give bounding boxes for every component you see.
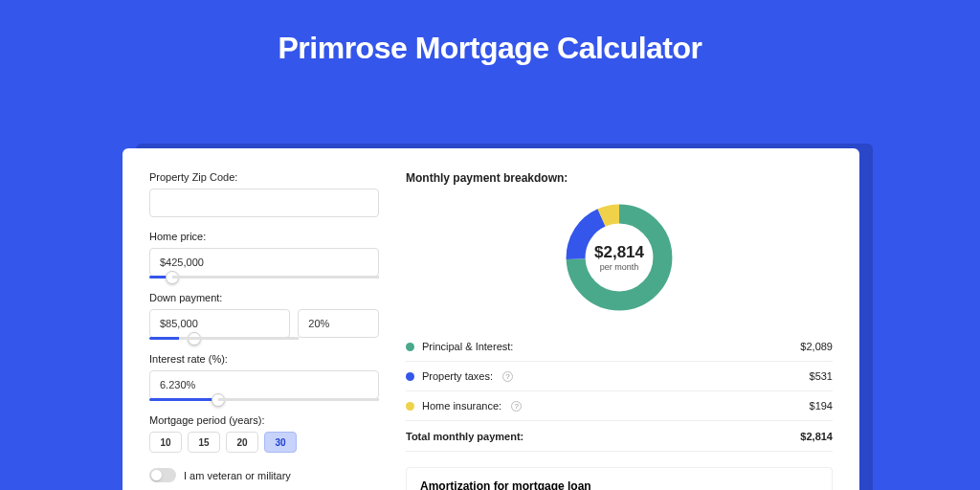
donut-center: $2,814 per month bbox=[562, 200, 677, 315]
down-payment-slider[interactable] bbox=[149, 337, 299, 340]
down-payment-pct-input[interactable] bbox=[298, 309, 379, 338]
rate-field: Interest rate (%): bbox=[149, 353, 379, 401]
period-option-20[interactable]: 20 bbox=[226, 432, 258, 453]
donut-amount: $2,814 bbox=[594, 243, 644, 262]
zip-input[interactable] bbox=[149, 189, 379, 217]
down-payment-field: Down payment: bbox=[149, 292, 379, 340]
rate-label: Interest rate (%): bbox=[149, 353, 379, 365]
price-field: Home price: bbox=[149, 231, 379, 278]
amortization-box: Amortization for mortgage loan Amortizat… bbox=[406, 467, 833, 490]
rate-slider-thumb[interactable] bbox=[212, 393, 225, 407]
price-slider-thumb[interactable] bbox=[166, 271, 179, 284]
rate-slider[interactable] bbox=[149, 398, 379, 401]
dot-taxes bbox=[406, 372, 414, 381]
legend-principal: Principal & Interest: $2,089 bbox=[406, 332, 833, 362]
amortization-title: Amortization for mortgage loan bbox=[420, 479, 818, 490]
dot-insurance bbox=[406, 402, 414, 411]
period-option-30[interactable]: 30 bbox=[264, 432, 297, 453]
legend-taxes-value: $531 bbox=[810, 370, 833, 382]
price-slider[interactable] bbox=[149, 276, 379, 278]
legend-principal-value: $2,089 bbox=[800, 341, 833, 352]
veteran-toggle[interactable] bbox=[149, 468, 176, 482]
legend-taxes-label: Property taxes: bbox=[422, 370, 493, 382]
inputs-column: Property Zip Code: Home price: Down paym… bbox=[149, 171, 379, 490]
down-payment-amount-input[interactable] bbox=[149, 309, 290, 338]
zip-field: Property Zip Code: bbox=[149, 171, 379, 217]
rate-input[interactable] bbox=[149, 370, 379, 399]
help-icon[interactable]: ? bbox=[502, 371, 513, 382]
legend-total-value: $2,814 bbox=[800, 431, 833, 442]
period-field: Mortgage period (years): 10 15 20 30 bbox=[149, 414, 379, 453]
legend-principal-label: Principal & Interest: bbox=[422, 341, 513, 352]
down-payment-slider-thumb[interactable] bbox=[188, 332, 201, 345]
period-option-10[interactable]: 10 bbox=[149, 432, 182, 453]
period-label: Mortgage period (years): bbox=[149, 414, 379, 426]
breakdown-column: Monthly payment breakdown: $2,814 per mo… bbox=[406, 171, 833, 490]
veteran-row: I am veteran or military bbox=[149, 468, 379, 482]
donut-chart-wrap: $2,814 per month bbox=[406, 194, 833, 332]
down-payment-label: Down payment: bbox=[149, 292, 379, 303]
price-input[interactable] bbox=[149, 248, 379, 277]
period-options: 10 15 20 30 bbox=[149, 432, 379, 453]
donut-sub: per month bbox=[600, 262, 639, 272]
veteran-label: I am veteran or military bbox=[184, 470, 291, 481]
legend-insurance: Home insurance: ? $194 bbox=[406, 391, 833, 421]
period-option-15[interactable]: 15 bbox=[188, 432, 220, 453]
donut-chart: $2,814 per month bbox=[562, 200, 677, 315]
help-icon[interactable]: ? bbox=[511, 401, 522, 412]
zip-label: Property Zip Code: bbox=[149, 171, 379, 183]
legend-insurance-value: $194 bbox=[810, 400, 833, 412]
page-title: Primrose Mortgage Calculator bbox=[0, 0, 980, 85]
legend-total-label: Total monthly payment: bbox=[406, 431, 523, 442]
calculator-card: Property Zip Code: Home price: Down paym… bbox=[122, 148, 859, 490]
dot-principal bbox=[406, 343, 414, 351]
price-label: Home price: bbox=[149, 231, 379, 242]
legend-taxes: Property taxes: ? $531 bbox=[406, 362, 833, 391]
breakdown-title: Monthly payment breakdown: bbox=[406, 171, 833, 185]
legend-total: Total monthly payment: $2,814 bbox=[406, 421, 833, 452]
legend-insurance-label: Home insurance: bbox=[422, 400, 501, 412]
